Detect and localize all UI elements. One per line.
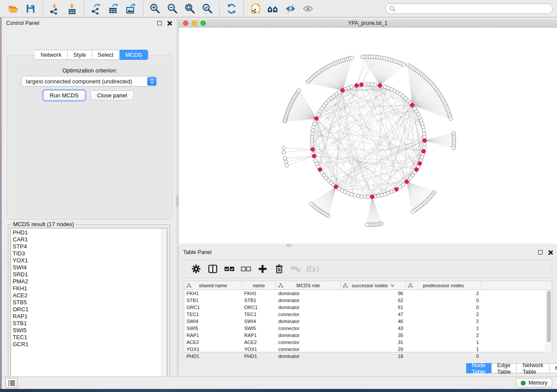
zoom-in-icon[interactable] bbox=[148, 2, 163, 15]
network-canvas[interactable] bbox=[179, 28, 557, 244]
table-body: FKH1 FKH1 dominator 96 2 STB1 STB1 domin… bbox=[184, 290, 552, 360]
mcds-result-title: MCDS result (17 nodes) bbox=[11, 221, 76, 227]
table-row[interactable]: TEC1 TEC1 connector 47 2 bbox=[184, 311, 552, 318]
import-table-icon[interactable] bbox=[65, 2, 80, 15]
status-bar: Memory bbox=[2, 376, 557, 389]
table-row[interactable]: ORC1 ORC1 dominator 61 0 bbox=[184, 304, 552, 311]
search-input[interactable] bbox=[395, 4, 552, 13]
table-settings-icon[interactable] bbox=[190, 263, 203, 275]
open-file-icon[interactable] bbox=[6, 2, 21, 15]
network-search-box[interactable] bbox=[385, 3, 553, 14]
mcds-result-item[interactable]: PHD1 bbox=[13, 229, 167, 236]
dropdown-stepper-icon bbox=[147, 77, 156, 86]
search-network-icon[interactable] bbox=[266, 2, 280, 15]
refresh-icon[interactable] bbox=[224, 2, 239, 15]
mcds-result-list[interactable]: PHD1CAR1STP4TID3YOX1SWI4SRD1PMA2FKH1ACE2… bbox=[10, 228, 167, 381]
toolbar-separator bbox=[219, 2, 220, 15]
network-title: YPA_prune.txt_1 bbox=[179, 20, 557, 26]
mcds-result-item[interactable]: ACE2 bbox=[13, 292, 167, 299]
criterion-dropdown[interactable]: largest connected component (undirected) bbox=[21, 76, 157, 86]
list-icon bbox=[8, 380, 15, 386]
control-panel-tab[interactable]: MCDS bbox=[120, 50, 148, 60]
float-panel-icon[interactable] bbox=[157, 21, 162, 25]
mcds-result-item[interactable]: SWI5 bbox=[13, 327, 167, 334]
mcds-result-item[interactable]: ORC1 bbox=[13, 306, 167, 313]
column-header[interactable]: predecessor nodes bbox=[406, 281, 481, 290]
table-tab[interactable]: Motifs bbox=[550, 363, 557, 373]
table-row[interactable]: FKH1 FKH1 dominator 96 2 bbox=[184, 290, 552, 297]
show-graphics-details-icon[interactable] bbox=[301, 2, 315, 15]
close-panel-icon[interactable] bbox=[167, 21, 172, 26]
select-all-icon[interactable] bbox=[223, 263, 236, 275]
column-header[interactable]: name bbox=[242, 281, 276, 290]
table-tab[interactable]: Edge Table bbox=[491, 363, 517, 373]
hide-graphics-details-icon[interactable] bbox=[283, 2, 298, 15]
export-image-icon[interactable] bbox=[124, 2, 138, 15]
network-window-titlebar[interactable]: YPA_prune.txt_1 bbox=[179, 19, 557, 28]
float-panel-icon[interactable] bbox=[538, 250, 543, 254]
table-tab[interactable]: Node Table bbox=[466, 363, 491, 373]
mcds-result-item[interactable]: RAP1 bbox=[13, 313, 167, 320]
memory-status-icon bbox=[521, 381, 526, 385]
toolbar-separator bbox=[42, 2, 43, 15]
control-panel-tab[interactable]: Style bbox=[68, 50, 92, 60]
mcds-result-item[interactable]: SWI4 bbox=[13, 264, 167, 271]
export-table-icon[interactable] bbox=[106, 2, 121, 15]
table-scrollbar[interactable] bbox=[546, 290, 552, 352]
network-window: YPA_prune.txt_1 bbox=[178, 19, 557, 244]
table-panel: Table Panel f(x) bbox=[178, 247, 557, 375]
control-panel-tab[interactable]: Select bbox=[92, 50, 120, 60]
table-row[interactable]: SWI5 SWI5 connector 43 1 bbox=[184, 325, 552, 332]
table-row[interactable]: ACE2 ACE2 connector 31 1 bbox=[184, 339, 552, 346]
mcds-result-item[interactable]: YOX1 bbox=[13, 257, 167, 264]
memory-button[interactable]: Memory bbox=[516, 378, 552, 388]
table-row[interactable]: SWI4 SWI4 dominator 46 2 bbox=[184, 318, 552, 325]
export-network-icon[interactable] bbox=[89, 2, 104, 15]
share-document-icon[interactable] bbox=[248, 2, 263, 15]
delete-column-icon[interactable] bbox=[273, 263, 286, 275]
column-header[interactable]: successor nodes bbox=[341, 281, 406, 290]
search-icon bbox=[389, 6, 395, 12]
add-column-icon[interactable] bbox=[256, 263, 269, 275]
list-scrollbar[interactable] bbox=[161, 228, 167, 380]
mcds-result-item[interactable]: STB1 bbox=[13, 320, 167, 327]
close-panel-button[interactable]: Close panel bbox=[90, 90, 134, 100]
mcds-result-item[interactable]: FKH1 bbox=[13, 285, 167, 292]
save-icon[interactable] bbox=[23, 2, 38, 15]
mcds-result-item[interactable]: GCR1 bbox=[13, 341, 167, 348]
column-header[interactable]: MCDS role bbox=[276, 281, 341, 290]
column-header[interactable]: shared name bbox=[184, 281, 242, 290]
import-network-icon[interactable] bbox=[47, 2, 62, 15]
close-panel-icon[interactable] bbox=[548, 250, 553, 255]
scrollbar-thumb[interactable] bbox=[547, 291, 551, 342]
mcds-result-item[interactable]: TEC1 bbox=[13, 334, 167, 341]
control-panel: Control Panel NetworkStyleSelectMCDS Opt… bbox=[2, 17, 176, 376]
sort-desc-icon bbox=[391, 284, 394, 287]
zoom-out-icon[interactable] bbox=[165, 2, 180, 15]
mcds-result-item[interactable]: TID3 bbox=[13, 250, 167, 257]
control-panel-tabs: NetworkStyleSelectMCDS bbox=[35, 50, 148, 60]
table-row[interactable]: PHD1 PHD1 dominator 18 0 bbox=[184, 353, 552, 360]
mcds-result-item[interactable]: SRD1 bbox=[13, 271, 167, 278]
table-row[interactable]: RAP1 RAP1 dominator 35 2 bbox=[184, 332, 552, 339]
table-row[interactable]: YOX1 YOX1 connector 29 1 bbox=[184, 346, 552, 353]
node-table: shared name name MCDS role su bbox=[184, 281, 552, 352]
table-toolbar: f(x) bbox=[184, 260, 552, 278]
show-columns-icon[interactable] bbox=[206, 263, 219, 275]
zoom-fit-icon[interactable] bbox=[183, 2, 197, 15]
mcds-result-item[interactable]: PMA2 bbox=[13, 278, 167, 285]
mcds-result-item[interactable]: STB5 bbox=[13, 299, 167, 306]
control-panel-tab[interactable]: Network bbox=[35, 50, 68, 60]
table-row[interactable]: STB1 STB1 dominator 62 0 bbox=[184, 297, 552, 304]
deselect-all-icon[interactable] bbox=[239, 263, 253, 275]
table-panel-title: Table Panel bbox=[183, 249, 211, 255]
run-mcds-button[interactable]: Run MCDS bbox=[43, 90, 85, 100]
column-type-icon bbox=[343, 283, 348, 288]
table-tab[interactable]: Network Table bbox=[517, 363, 550, 373]
mcds-result-item[interactable]: STP4 bbox=[13, 243, 167, 250]
task-history-button[interactable] bbox=[5, 378, 17, 388]
function-builder-icon: f(x) bbox=[306, 265, 318, 273]
table-header: shared name name MCDS role su bbox=[184, 281, 552, 290]
mcds-result-item[interactable]: CAR1 bbox=[13, 236, 167, 243]
zoom-selected-icon[interactable] bbox=[200, 2, 215, 15]
